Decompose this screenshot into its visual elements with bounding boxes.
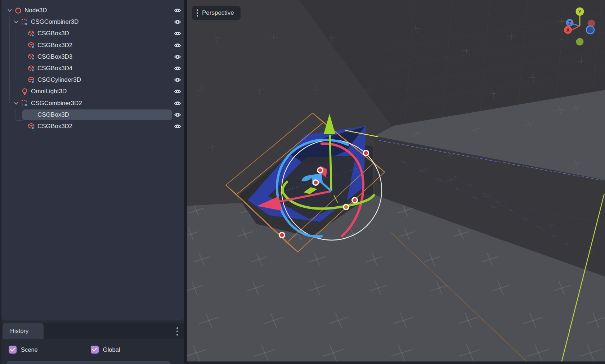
- tree-item-csgbox3d3[interactable]: CSGBox3D3: [1, 51, 184, 63]
- visibility-eye-icon[interactable]: [174, 88, 181, 95]
- scene-checkbox-label: Scene: [21, 346, 38, 353]
- godot-editor-window: Node3DCSGCombiner3DCSGBox3DCSGBox3D2CSGB…: [0, 0, 605, 364]
- visibility-eye-icon[interactable]: [174, 7, 181, 14]
- tree-item-label: CSGBox3D4: [37, 65, 72, 72]
- resize-handle[interactable]: [313, 180, 318, 185]
- perspective-menu-button[interactable]: Perspective: [192, 6, 241, 20]
- resize-handle[interactable]: [352, 198, 357, 203]
- axis-x-label: X: [566, 27, 570, 33]
- tree-item-csgbox3d2[interactable]: CSGBox3D2: [1, 121, 184, 132]
- visibility-eye-icon[interactable]: [174, 123, 181, 130]
- visibility-eye-icon[interactable]: [174, 111, 181, 118]
- tree-item-csgbox3d2[interactable]: CSGBox3D2: [1, 40, 184, 51]
- csg-box-icon: [27, 30, 35, 37]
- tree-item-label: CSGBox3D: [37, 111, 69, 118]
- kebab-menu-icon: [197, 9, 198, 17]
- history-list-item-partial[interactable]: [6, 361, 170, 364]
- csg-combiner-icon: [21, 99, 28, 107]
- visibility-eye-icon[interactable]: [174, 53, 181, 60]
- tree-item-label: CSGCylinder3D: [37, 76, 81, 84]
- tree-item-omnilight3d[interactable]: OmniLight3D: [1, 86, 184, 97]
- axis-y-label: Y: [578, 9, 582, 14]
- viewport-canvas[interactable]: Z X Y: [187, 0, 605, 364]
- perspective-label: Perspective: [202, 9, 234, 17]
- scene-checkbox[interactable]: [9, 346, 17, 354]
- csg-box-icon: [27, 122, 35, 130]
- tab-history-label: History: [3, 323, 44, 339]
- visibility-eye-icon[interactable]: [174, 30, 181, 37]
- tree-item-label: CSGBox3D2: [37, 42, 72, 49]
- axis-neg-y-ball[interactable]: [576, 38, 584, 46]
- tree-item-label: CSGBox3D2: [37, 123, 72, 130]
- bottom-panel-edge: [187, 361, 605, 364]
- resize-handle[interactable]: [318, 168, 323, 173]
- csg-cylinder-icon: [27, 76, 35, 84]
- chevron-down-icon[interactable]: [12, 19, 21, 24]
- chevron-down-icon[interactable]: [5, 8, 14, 13]
- kebab-menu-icon[interactable]: [172, 326, 182, 337]
- tab-history[interactable]: History: [3, 323, 44, 339]
- global-checkbox-label: Global: [103, 346, 120, 353]
- visibility-eye-icon[interactable]: [174, 42, 181, 49]
- axis-neg-z-ball[interactable]: [586, 26, 594, 34]
- scene-tree-rows: Node3DCSGCombiner3DCSGBox3DCSGBox3D2CSGB…: [1, 0, 184, 132]
- tree-item-csgcylinder3d[interactable]: CSGCylinder3D: [1, 74, 184, 86]
- omni-light-icon: [21, 88, 28, 95]
- csg-combiner-icon: [21, 18, 28, 26]
- tree-item-csgbox3d[interactable]: CSGBox3D: [1, 28, 184, 39]
- chevron-down-icon[interactable]: [12, 101, 21, 106]
- csg-box-icon: [27, 65, 35, 72]
- scene-tree-panel: Node3DCSGCombiner3DCSGBox3DCSGBox3D2CSGB…: [1, 0, 184, 320]
- tree-item-csgbox3d[interactable]: CSGBox3D: [1, 109, 184, 121]
- left-dock: Node3DCSGCombiner3DCSGBox3DCSGBox3D2CSGB…: [0, 0, 184, 364]
- tree-item-csgcombiner3d2[interactable]: CSGCombiner3D2: [1, 98, 184, 109]
- tree-item-label: CSGBox3D3: [37, 53, 72, 60]
- node3d-icon: [14, 7, 22, 14]
- tree-item-node3d[interactable]: Node3D: [1, 5, 184, 16]
- history-tab-bar: History: [1, 323, 184, 339]
- tree-item-label: Node3D: [24, 7, 47, 14]
- dock-splitter[interactable]: [184, 0, 187, 364]
- viewport-3d[interactable]: Z X Y Perspective: [187, 0, 605, 364]
- visibility-eye-icon[interactable]: [174, 100, 181, 107]
- tree-item-label: OmniLight3D: [31, 88, 67, 95]
- resize-handle[interactable]: [279, 233, 284, 238]
- csg-box-icon: [27, 111, 35, 118]
- resize-handle[interactable]: [363, 150, 368, 156]
- visibility-eye-icon[interactable]: [174, 65, 181, 72]
- history-options-row: Scene Global: [1, 344, 184, 355]
- csg-box-icon: [27, 53, 35, 60]
- global-checkbox[interactable]: [91, 346, 99, 354]
- axis-z-label: Z: [568, 20, 571, 26]
- visibility-eye-icon[interactable]: [174, 18, 181, 26]
- tree-item-label: CSGCombiner3D2: [31, 100, 82, 107]
- tree-item-csgbox3d4[interactable]: CSGBox3D4: [1, 63, 184, 74]
- tree-item-label: CSGCombiner3D: [31, 18, 79, 26]
- visibility-eye-icon[interactable]: [174, 76, 181, 84]
- csg-box-icon: [27, 41, 35, 49]
- resize-handle-active[interactable]: [344, 205, 349, 210]
- tree-item-csgcombiner3d[interactable]: CSGCombiner3D: [1, 16, 184, 28]
- tree-item-label: CSGBox3D: [37, 30, 69, 37]
